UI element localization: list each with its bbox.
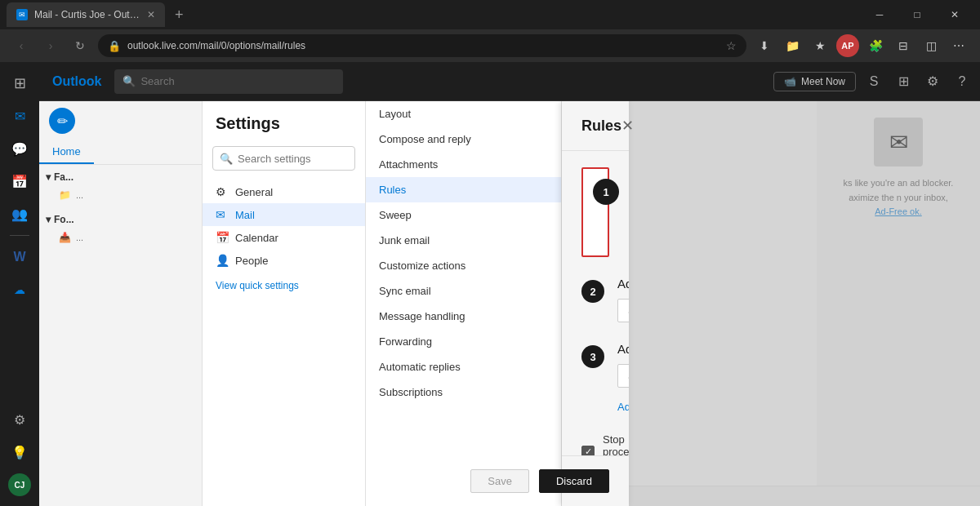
extensions-icon[interactable]: 🧩 — [864, 34, 887, 57]
settings-dots-icon[interactable]: ⋯ — [947, 34, 970, 57]
step3-row: 3 Add an action Select an action ▾ — [581, 342, 609, 414]
app-bar: Outlook 🔍 📹 Meet Now S ⊞ ⚙ ? — [39, 62, 980, 101]
settings-nav-item-customize-actions[interactable]: Customize actions — [366, 253, 561, 278]
folder-label: ... — [76, 190, 83, 200]
settings-nav-item-junk-email[interactable]: Junk email — [366, 228, 561, 253]
sidebar-toggle-icon[interactable]: ◫ — [920, 34, 942, 57]
onedrive-icon[interactable]: ☁ — [5, 275, 34, 304]
settings-search-box[interactable]: 🔍 — [212, 146, 355, 171]
search-input[interactable] — [140, 75, 335, 87]
condition-dropdown-label: Select a condition — [628, 304, 629, 317]
gear-icon[interactable]: ⚙ — [5, 405, 34, 434]
settings-general-item[interactable]: ⚙ General — [203, 180, 365, 203]
step1-section: 1 Enter a name. — [581, 167, 609, 257]
user-profile-icon[interactable]: CJ — [5, 470, 34, 499]
rules-panel: Rules ✕ 1 — [562, 101, 629, 506]
skype-icon[interactable]: S — [862, 70, 885, 93]
rules-header: Rules ✕ — [562, 101, 629, 151]
calendar-nav-icon[interactable]: 📅 — [5, 166, 34, 196]
settings-nav: Settings 🔍 ⚙ General ✉ — [203, 101, 366, 506]
lock-icon: 🔒 — [108, 40, 121, 52]
bulb-icon[interactable]: 💡 — [5, 437, 34, 467]
mail-nav-icon[interactable]: ✉ — [5, 101, 34, 131]
app-settings-icon[interactable]: ⚙ — [921, 70, 944, 93]
step2-content: Add a condition Select a condition ▾ — [617, 277, 629, 322]
user-avatar[interactable]: CJ — [8, 473, 31, 496]
mail-icon: ✉ — [216, 208, 229, 221]
settings-nav-item-forwarding[interactable]: Forwarding — [366, 329, 561, 354]
profile-menu-icon[interactable]: AP — [836, 34, 859, 57]
settings-nav-item-sweep[interactable]: Sweep — [366, 202, 561, 228]
folder-icon: 📁 — [59, 189, 71, 201]
settings-nav-item-rules[interactable]: Rules — [366, 177, 561, 202]
add-exception-link[interactable]: Add an exception — [617, 401, 629, 413]
address-box[interactable]: 🔒 outlook.live.com/mail/0/options/mail/r… — [98, 34, 746, 57]
stop-processing-checkbox[interactable]: ✓ — [581, 446, 595, 456]
profile-avatar[interactable]: AP — [836, 34, 859, 57]
checkmark-icon: ✓ — [585, 446, 592, 455]
back-button[interactable]: ‹ — [10, 34, 33, 57]
settings-nav-item-subscriptions[interactable]: Subscriptions — [366, 380, 561, 405]
meet-now-button[interactable]: 📹 Meet Now — [773, 72, 856, 91]
maximize-button[interactable]: □ — [898, 2, 936, 27]
step2-number: 2 — [581, 280, 604, 303]
calendar-icon: 📅 — [216, 231, 229, 244]
settings-mail-item[interactable]: ✉ Mail — [203, 203, 365, 226]
settings-nav-item-message-handling[interactable]: Message handling — [366, 304, 561, 329]
step2-row: 2 Add a condition Select a condition ▾ — [581, 277, 609, 322]
split-screen-icon[interactable]: ⊟ — [892, 34, 915, 57]
word-icon[interactable]: W — [5, 242, 34, 272]
folder-item-2[interactable]: 📥 ... — [39, 229, 202, 246]
settings-people-item[interactable]: 👤 People — [203, 249, 365, 272]
favorites-icon[interactable]: ★ — [808, 34, 831, 57]
step2-section: 2 Add a condition Select a condition ▾ — [581, 277, 609, 322]
settings-content-nav: LayoutCompose and replyAttachmentsRulesS… — [366, 101, 562, 506]
browser-actions: ⬇ 📁 ★ AP 🧩 ⊟ ◫ ⋯ — [753, 34, 970, 57]
compose-button[interactable]: ✏ — [49, 108, 75, 134]
view-quick-settings[interactable]: View quick settings — [203, 275, 365, 296]
settings-nav-item-automatic-replies[interactable]: Automatic replies — [366, 354, 561, 380]
settings-nav-item-attachments[interactable]: Attachments — [366, 152, 561, 177]
tab-home[interactable]: Home — [39, 140, 94, 164]
folders-header[interactable]: ▾ Fo... — [39, 211, 202, 229]
step3-label: Add an action — [617, 342, 629, 356]
settings-search-input[interactable] — [238, 153, 348, 165]
chat-icon[interactable]: 💬 — [5, 134, 34, 163]
app-search-box[interactable]: 🔍 — [114, 69, 343, 94]
people-icon: 👤 — [216, 254, 229, 267]
grid-icon[interactable]: ⊞ — [892, 70, 915, 93]
rule-name-error: Enter a name. — [583, 215, 629, 255]
question-icon[interactable]: ? — [951, 70, 973, 93]
collections-icon[interactable]: 📁 — [781, 34, 804, 57]
condition-dropdown[interactable]: Select a condition ▾ — [617, 299, 629, 322]
forward-button[interactable]: › — [39, 34, 62, 57]
download-icon[interactable]: ⬇ — [753, 34, 776, 57]
action-dropdown[interactable]: Select an action ▾ — [617, 364, 629, 388]
star-icon[interactable]: ☆ — [726, 39, 737, 52]
reload-button[interactable]: ↻ — [69, 34, 91, 57]
settings-calendar-item[interactable]: 📅 Calendar — [203, 226, 365, 249]
tab-bar: ✉ Mail - Curtis Joe - Outlook ✕ + ─ □ ✕ — [0, 0, 980, 29]
compose-area: ✏ — [39, 101, 202, 140]
add-exception-area: Add an exception — [617, 394, 629, 414]
tab-title: Mail - Curtis Joe - Outlook — [34, 9, 140, 20]
discard-button[interactable]: Discard — [539, 469, 609, 493]
close-button[interactable]: ✕ — [936, 2, 973, 27]
tab-close-icon[interactable]: ✕ — [147, 9, 155, 20]
save-button[interactable]: Save — [470, 469, 529, 493]
apps-icon[interactable]: ⊞ — [5, 69, 34, 98]
left-icon-bar: ⊞ ✉ 💬 📅 👥 W ☁ ⚙ 💡 CJ — [0, 62, 39, 506]
inbox-label: ... — [76, 233, 83, 242]
settings-nav-item-compose-and-reply[interactable]: Compose and reply — [366, 126, 561, 152]
folder-item-1[interactable]: 📁 ... — [39, 186, 202, 204]
folders-label: Fo... — [54, 214, 74, 225]
minimize-button[interactable]: ─ — [861, 2, 898, 27]
rules-close-button[interactable]: ✕ — [621, 114, 634, 137]
inbox-icon: 📥 — [59, 232, 71, 243]
contacts-icon[interactable]: 👥 — [5, 199, 34, 229]
favorites-header[interactable]: ▾ Fa... — [39, 168, 202, 186]
settings-nav-item-sync-email[interactable]: Sync email — [366, 278, 561, 304]
settings-nav-item-layout[interactable]: Layout — [366, 101, 561, 126]
active-tab[interactable]: ✉ Mail - Curtis Joe - Outlook ✕ — [7, 2, 165, 27]
new-tab-button[interactable]: + — [168, 7, 190, 24]
